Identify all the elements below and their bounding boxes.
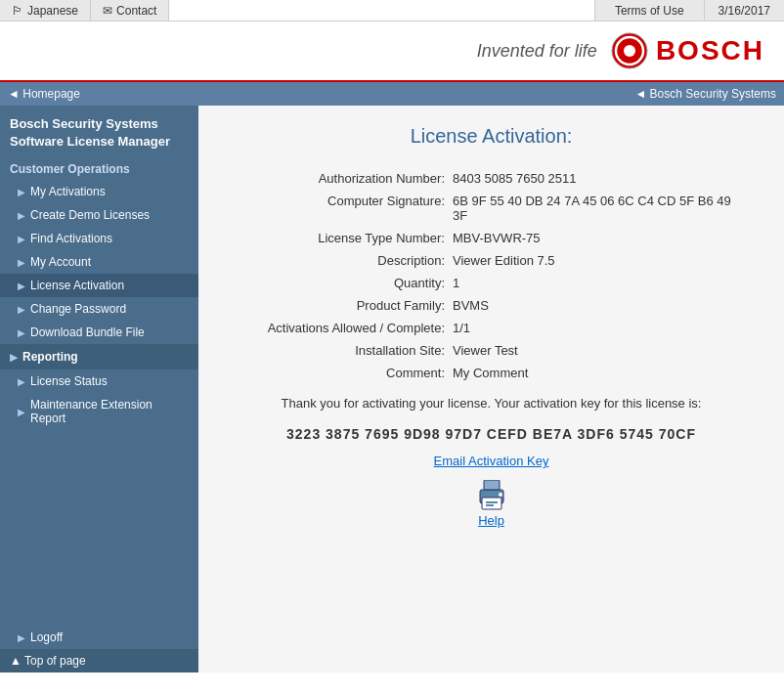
table-row: Comment: My Comment [238, 366, 745, 380]
sidebar: Bosch Security Systems Software License … [0, 106, 198, 672]
comment-label: Comment: [238, 366, 453, 380]
arrow-icon: ▶ [18, 234, 25, 244]
breadcrumb-bar: ◄ Homepage ◄ Bosch Security Systems [0, 82, 784, 106]
svg-point-2 [624, 45, 635, 57]
sidebar-item-logoff[interactable]: ▶ Logoff [0, 626, 198, 649]
installation-site-value: Viewer Test [453, 343, 745, 358]
description-label: Description: [238, 253, 453, 268]
computer-sig-label: Computer Signature: [238, 194, 453, 208]
activations-label: Activations Allowed / Complete: [238, 321, 453, 335]
quantity-label: Quantity: [238, 276, 453, 290]
svg-point-8 [499, 493, 502, 497]
arrow-icon: ▶ [10, 352, 18, 363]
header: Invented for life BOSCH [0, 22, 784, 82]
sidebar-item-my-activations[interactable]: ▶ My Activations [0, 180, 198, 203]
svg-rect-7 [486, 504, 494, 506]
sidebar-item-my-account[interactable]: ▶ My Account [0, 250, 198, 274]
sidebar-item-license-status[interactable]: ▶ License Status [0, 369, 198, 393]
tagline: Invented for life [477, 41, 597, 62]
table-row: Quantity: 1 [238, 276, 745, 290]
table-row: Authorization Number: 8403 5085 7650 251… [238, 171, 745, 186]
bosch-shield-icon [611, 32, 648, 69]
email-activation-key-link[interactable]: Email Activation Key [238, 454, 745, 468]
page-title: License Activation: [238, 125, 745, 148]
arrow-icon: ▶ [18, 632, 25, 643]
quantity-value: 1 [453, 276, 745, 290]
customer-ops-label: Customer Operations [0, 154, 198, 180]
svg-rect-6 [486, 501, 498, 503]
arrow-icon: ▶ [18, 281, 25, 291]
contact-label: Contact [116, 4, 156, 18]
auth-number-value: 8403 5085 7650 2511 [453, 171, 745, 186]
reporting-section-header[interactable]: ▶ Reporting [0, 344, 198, 369]
sidebar-item-maintenance-extension[interactable]: ▶ Maintenance Extension Report [0, 393, 198, 430]
table-row: Activations Allowed / Complete: 1/1 [238, 321, 745, 335]
product-family-value: BVMS [453, 298, 745, 313]
japanese-button[interactable]: 🏳 Japanese [0, 0, 91, 21]
sidebar-item-download-bundle-file[interactable]: ▶ Download Bundle File [0, 321, 198, 344]
license-info-table: Authorization Number: 8403 5085 7650 251… [238, 171, 745, 380]
print-area: Help [238, 480, 745, 528]
arrow-icon: ▶ [18, 376, 25, 387]
arrow-icon: ▶ [18, 210, 25, 221]
homepage-breadcrumb[interactable]: ◄ Homepage [8, 87, 80, 101]
arrow-icon: ▶ [18, 257, 25, 268]
svg-rect-4 [484, 480, 500, 490]
product-family-label: Product Family: [238, 298, 453, 313]
main-layout: Bosch Security Systems Software License … [0, 106, 784, 672]
activations-value: 1/1 [453, 321, 745, 335]
sidebar-item-create-demo-licenses[interactable]: ▶ Create Demo Licenses [0, 203, 198, 227]
content-area: License Activation: Authorization Number… [198, 106, 784, 672]
sidebar-title: Bosch Security Systems Software License … [0, 106, 198, 154]
terms-button[interactable]: Terms of Use [594, 0, 704, 21]
bosch-security-breadcrumb[interactable]: ◄ Bosch Security Systems [634, 87, 776, 101]
auth-number-label: Authorization Number: [238, 171, 453, 186]
table-row: Computer Signature: 6B 9F 55 40 DB 24 7A… [238, 194, 745, 223]
activation-message: Thank you for activating your license. Y… [267, 396, 717, 411]
date-display: 3/16/2017 [704, 0, 784, 21]
contact-icon: ✉ [103, 4, 112, 18]
license-type-value: MBV-BVWR-75 [453, 231, 745, 245]
table-row: Description: Viewer Edition 7.5 [238, 253, 745, 268]
logo-area: BOSCH [611, 32, 764, 69]
sidebar-item-find-activations[interactable]: ▶ Find Activations [0, 227, 198, 250]
table-row: Installation Site: Viewer Test [238, 343, 745, 358]
arrow-icon: ▶ [18, 327, 25, 338]
arrow-icon: ▶ [18, 304, 25, 315]
activation-key: 3223 3875 7695 9D98 97D7 CEFD BE7A 3DF6 … [238, 426, 745, 442]
description-value: Viewer Edition 7.5 [453, 253, 745, 268]
sidebar-item-license-activation[interactable]: ▶ License Activation [0, 274, 198, 297]
japanese-label: Japanese [27, 4, 78, 18]
terms-label: Terms of Use [615, 4, 684, 18]
license-type-label: License Type Number: [238, 231, 453, 245]
computer-sig-value: 6B 9F 55 40 DB 24 7A 45 06 6C C4 CD 5F B… [453, 194, 745, 223]
japanese-flag-icon: 🏳 [12, 4, 23, 18]
help-label[interactable]: Help [478, 513, 504, 528]
arrow-icon: ▶ [18, 187, 25, 197]
table-row: Product Family: BVMS [238, 298, 745, 313]
arrow-icon: ▶ [18, 407, 25, 417]
print-button[interactable]: Help [474, 480, 509, 528]
table-row: License Type Number: MBV-BVWR-75 [238, 231, 745, 245]
installation-site-label: Installation Site: [238, 343, 453, 358]
top-bar: 🏳 Japanese ✉ Contact Terms of Use 3/16/2… [0, 0, 784, 22]
bosch-logo-text: BOSCH [656, 35, 764, 66]
sidebar-item-change-password[interactable]: ▶ Change Password [0, 297, 198, 321]
printer-icon [474, 480, 509, 511]
comment-value: My Comment [453, 366, 745, 380]
contact-button[interactable]: ✉ Contact [91, 0, 169, 21]
top-of-page-button[interactable]: ▲ Top of page [0, 649, 198, 672]
